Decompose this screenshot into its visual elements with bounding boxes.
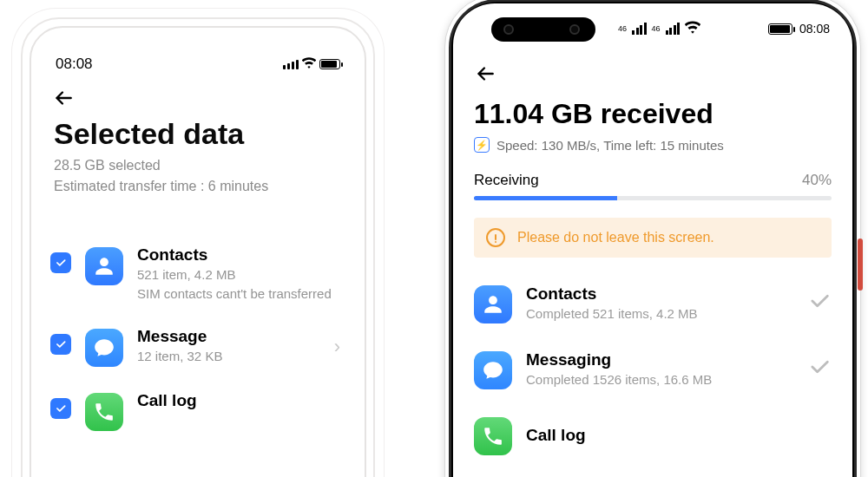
progress-bar <box>474 196 832 200</box>
cell-signal-icon <box>666 23 681 35</box>
progress-label: Receiving <box>474 172 539 189</box>
message-icon <box>85 329 123 367</box>
page-title: 11.04 GB received <box>474 98 832 130</box>
back-button[interactable] <box>474 62 832 91</box>
list-item-contacts: Contacts Completed 521 items, 4.2 MB <box>474 273 832 339</box>
status-icons <box>283 56 340 73</box>
cell-signal-icon <box>632 23 647 35</box>
row-title: Messaging <box>526 350 793 369</box>
selected-size: 28.5 GB selected <box>47 156 349 177</box>
list-item-calllog: Call log <box>474 405 832 471</box>
cell-signal-icon <box>283 60 299 69</box>
phone-left-screen: 08:08 Selected data 28.5 GB selected Est… <box>30 26 366 477</box>
warning-banner: Please do not leave this screen. <box>474 218 832 258</box>
power-button <box>858 238 863 291</box>
list-item-contacts[interactable]: Contacts 521 item, 4.2 MB SIM contacts c… <box>47 237 349 319</box>
battery-icon <box>768 23 792 35</box>
warning-icon <box>486 228 505 247</box>
phone-left-bezel: 08:08 Selected data 28.5 GB selected Est… <box>21 17 375 477</box>
data-list-left: Contacts 521 item, 4.2 MB SIM contacts c… <box>47 237 349 448</box>
progress-fill <box>474 196 617 200</box>
phone-right: 46 46 08:08 11.04 GB received <box>444 0 861 477</box>
row-title: Contacts <box>137 245 345 265</box>
progress-percent: 40% <box>802 172 832 189</box>
content-right: 11.04 GB received ⚡ Speed: 130 MB/s, Tim… <box>453 52 852 477</box>
row-text: Contacts Completed 521 items, 4.2 MB <box>526 284 793 323</box>
row-text: Message 12 item, 32 KB <box>137 327 320 365</box>
list-item-messaging: Messaging Completed 1526 items, 16.6 MB <box>474 339 832 405</box>
battery-icon <box>319 59 340 69</box>
checkbox-checked-icon[interactable] <box>50 252 71 273</box>
check-icon <box>807 289 832 319</box>
call-icon <box>85 393 123 431</box>
check-icon <box>807 355 832 385</box>
contacts-icon <box>474 285 512 323</box>
checkbox-checked-icon[interactable] <box>50 398 71 419</box>
status-bar-left: 08:08 <box>47 50 349 82</box>
row-sub: Completed 1526 items, 16.6 MB <box>526 371 793 389</box>
list-item-calllog[interactable]: Call log <box>47 382 349 447</box>
row-text: Call log <box>526 426 832 445</box>
row-sub: Completed 521 items, 4.2 MB <box>526 305 793 323</box>
call-icon <box>474 417 512 455</box>
list-item-message[interactable]: Message 12 item, 32 KB › <box>47 318 349 382</box>
back-button[interactable] <box>47 82 349 114</box>
chevron-right-icon: › <box>334 336 340 358</box>
row-title: Call log <box>137 391 345 410</box>
row-sub: 521 item, 4.2 MB <box>137 266 345 284</box>
bolt-icon: ⚡ <box>474 137 490 153</box>
speed-line: ⚡ Speed: 130 MB/s, Time left: 15 minutes <box>474 137 832 153</box>
estimate-time: Estimated transfer time : 6 minutes <box>47 177 349 198</box>
checkbox-checked-icon[interactable] <box>50 334 71 355</box>
phone-right-screen: 46 46 08:08 11.04 GB received <box>453 3 852 477</box>
row-text: Contacts 521 item, 4.2 MB SIM contacts c… <box>137 245 345 304</box>
status-icons-right: 08:08 <box>768 22 830 36</box>
wifi-icon <box>302 56 316 73</box>
warning-text: Please do not leave this screen. <box>517 230 714 245</box>
message-icon <box>474 351 512 389</box>
row-sub: 12 item, 32 KB <box>137 348 320 365</box>
row-note: SIM contacts cant't be transferred <box>137 285 345 303</box>
phone-left: 08:08 Selected data 28.5 GB selected Est… <box>12 9 384 477</box>
contacts-icon <box>85 247 123 285</box>
status-bar-right: 46 46 08:08 <box>453 16 852 42</box>
row-title: Contacts <box>526 284 793 304</box>
data-list-right: Contacts Completed 521 items, 4.2 MB Mes… <box>474 273 832 471</box>
phone-right-frame: 46 46 08:08 11.04 GB received <box>444 0 861 477</box>
row-title: Message <box>137 327 320 346</box>
status-icons-left: 46 46 <box>618 20 700 38</box>
progress-header: Receiving 40% <box>474 172 832 189</box>
row-text: Messaging Completed 1526 items, 16.6 MB <box>526 350 793 389</box>
speed-text: Speed: 130 MB/s, Time left: 15 minutes <box>496 138 724 153</box>
page-title: Selected data <box>47 114 349 156</box>
row-title: Call log <box>526 426 832 445</box>
row-text: Call log <box>137 391 345 410</box>
wifi-icon <box>685 20 700 38</box>
status-time: 08:08 <box>56 56 93 73</box>
status-time: 08:08 <box>799 22 830 36</box>
